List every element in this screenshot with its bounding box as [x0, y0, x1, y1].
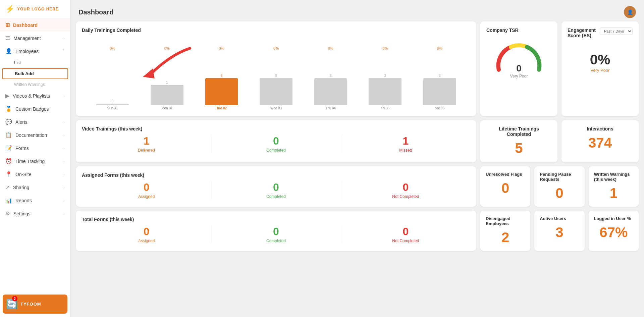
list-label: List: [14, 60, 21, 65]
assigned-value: 0: [144, 181, 150, 194]
sidebar-item-label: Videos & Playlists: [13, 93, 50, 99]
sidebar-item-sharing[interactable]: ↗ Sharing ›: [0, 181, 70, 194]
main-content: Dashboard 👤 Daily Trainings Completed ‹ …: [70, 0, 644, 317]
sharing-icon: ↗: [5, 184, 10, 191]
af-completed-value: 0: [273, 181, 279, 194]
sidebar-item-time-tracking[interactable]: ⏰ Time Tracking ›: [0, 155, 70, 168]
chart-columns: 0% 0 Sun 31 0% 1 Mon 01: [85, 36, 467, 110]
es-dropdown[interactable]: Past 7 Days: [600, 28, 633, 35]
chart-pct-3: 0%: [273, 46, 279, 50]
sidebar-item-label: Reports: [15, 198, 32, 203]
chevron-icon: ›: [63, 94, 65, 98]
completed-stat: 0 Completed: [211, 135, 341, 153]
sidebar-item-list[interactable]: List: [0, 58, 70, 67]
delivered-label: Delivered: [138, 148, 155, 153]
sidebar-item-label: Management: [13, 36, 41, 41]
chart-bar-2: [205, 78, 238, 105]
sidebar-item-label: Alerts: [15, 119, 28, 125]
chart-col-0: 0% 0 Sun 31: [85, 46, 140, 110]
chart-label-3: Wed 03: [270, 106, 282, 110]
interactions-title: Interactions: [568, 126, 633, 131]
sidebar-item-label: Settings: [13, 211, 31, 216]
total-forms-card: Total Forms (this week) 0 Assigned 0 Com…: [76, 211, 476, 251]
sidebar-item-alerts[interactable]: 💬 Alerts ›: [0, 115, 70, 128]
chart-label-4: Thu 04: [325, 106, 336, 110]
chevron-icon: ›: [63, 212, 65, 216]
chart-label-0: Sun 31: [107, 106, 118, 110]
es-sublabel: Very Poor: [568, 68, 633, 73]
unresolved-flags-card: Unresolved Flags 0: [480, 166, 530, 207]
logged-in-pct-card: Logged in User % 67%: [589, 211, 639, 251]
chart-pct-6: 0%: [437, 46, 442, 50]
tf-completed-stat: 0 Completed: [211, 225, 341, 243]
es-title: Engagement Score (ES): [568, 28, 600, 38]
logo-icon: ⚡: [5, 5, 14, 13]
sidebar-item-bulk-add[interactable]: Bulk Add: [2, 68, 68, 79]
video-trainings-title: Video Trainings (this week): [82, 126, 470, 131]
company-tsr-title: Company TSR: [486, 28, 551, 33]
tyfoom-button[interactable]: 2 🔄 TYFOOM: [3, 295, 67, 314]
time-icon: ⏰: [5, 158, 12, 164]
af-notcompleted-label: Not Completed: [392, 194, 419, 199]
gauge-value-wrap: 0 Very Poor: [510, 63, 528, 78]
missed-stat: 1 Missed: [341, 135, 470, 153]
user-avatar[interactable]: 👤: [624, 6, 636, 18]
sidebar-item-videos[interactable]: ▶ Videos & Playlists ›: [0, 89, 70, 102]
dashboard-grid: Daily Trainings Completed ‹ 0% 0 Sun 31 …: [70, 21, 644, 256]
chart-label-5: Fri 05: [381, 106, 389, 110]
pending-pause-title: Pending Pause Requests: [540, 172, 579, 182]
sidebar-item-dashboard[interactable]: ⊞ Dashboard: [0, 18, 70, 32]
sidebar-item-written-warnings[interactable]: Written Warnings: [0, 80, 70, 89]
tf-assigned-value: 0: [144, 225, 150, 238]
af-completed-stat: 0 Completed: [211, 181, 341, 199]
tyfoom-label: TYFOOM: [20, 302, 41, 307]
tf-assigned-stat: 0 Assigned: [82, 225, 211, 243]
written-warnings-week-card: Written Warnings (this week) 1: [589, 166, 639, 207]
gauge-wrap: 0 Very Poor: [486, 36, 551, 82]
total-forms-stats: 0 Assigned 0 Completed 0 Not Completed: [82, 225, 470, 243]
sidebar-item-custom-badges[interactable]: 🏅 Custom Badges: [0, 102, 70, 115]
sidebar-item-reports[interactable]: 📊 Reports ›: [0, 194, 70, 207]
dashboard-icon: ⊞: [5, 22, 10, 28]
interactions-value: 374: [568, 135, 633, 151]
videos-icon: ▶: [5, 93, 9, 99]
chart-bar-0: [96, 104, 129, 105]
chart-bar-6: [423, 78, 456, 105]
sidebar-item-forms[interactable]: 📝 Forms ›: [0, 142, 70, 155]
logged-in-pct-value: 67%: [594, 224, 633, 241]
sidebar: ⚡ YOUR LOGO HERE ⊞ Dashboard ☰ Managemen…: [0, 0, 70, 317]
chevron-down-icon: ˅: [63, 49, 65, 53]
tf-notcompleted-label: Not Completed: [392, 239, 419, 243]
chart-col-3: 0% 0 Wed 03: [249, 46, 304, 110]
sidebar-item-label: Employees: [15, 49, 39, 54]
settings-icon: ⚙: [5, 210, 10, 217]
af-notcompleted-value: 0: [402, 181, 409, 194]
chart-bar-3: [260, 78, 292, 105]
es-header: Engagement Score (ES) Past 7 Days: [568, 28, 633, 42]
chart-pct-4: 0%: [328, 46, 333, 50]
sidebar-item-employees[interactable]: 👤 Employees ˅: [0, 45, 70, 58]
sidebar-item-onsite[interactable]: 📍 On-Site ›: [0, 168, 70, 181]
disengaged-row: Disengaged Employees 2 Active Users 3 Lo…: [480, 211, 639, 251]
sidebar-item-settings[interactable]: ⚙ Settings ›: [0, 207, 70, 220]
written-warnings-label: Written Warnings: [14, 82, 45, 87]
gauge-label: Very Poor: [510, 74, 528, 78]
daily-trainings-card: Daily Trainings Completed ‹ 0% 0 Sun 31 …: [76, 21, 476, 116]
video-trainings-card: Video Trainings (this week) 1 Delivered …: [76, 120, 476, 162]
chart-bar-wrap-1: 1: [140, 58, 195, 105]
sidebar-item-label: Time Tracking: [15, 159, 45, 164]
lifetime-trainings-title: Lifetime Trainings Completed: [486, 126, 551, 137]
chart-col-6: 0% 3 Sat 06: [412, 46, 467, 110]
logo[interactable]: ⚡ YOUR LOGO HERE: [0, 0, 70, 18]
written-warnings-week-title: Written Warnings (this week): [594, 172, 633, 182]
sidebar-item-management[interactable]: ☰ Management ›: [0, 32, 70, 45]
delivered-value: 1: [144, 135, 150, 147]
bulk-add-label: Bulk Add: [15, 71, 34, 76]
chart-area: ‹ 0% 0 Sun 31 0% 1: [82, 36, 470, 110]
video-trainings-stats: 1 Delivered 0 Completed 1 Missed: [82, 135, 470, 153]
documentation-icon: 📋: [5, 132, 12, 138]
forms-icon: 📝: [5, 145, 12, 151]
assigned-forms-title: Assigned Forms (this week): [82, 172, 470, 178]
sidebar-item-label: Custom Badges: [15, 106, 49, 112]
sidebar-item-documentation[interactable]: 📋 Documentation ›: [0, 128, 70, 142]
